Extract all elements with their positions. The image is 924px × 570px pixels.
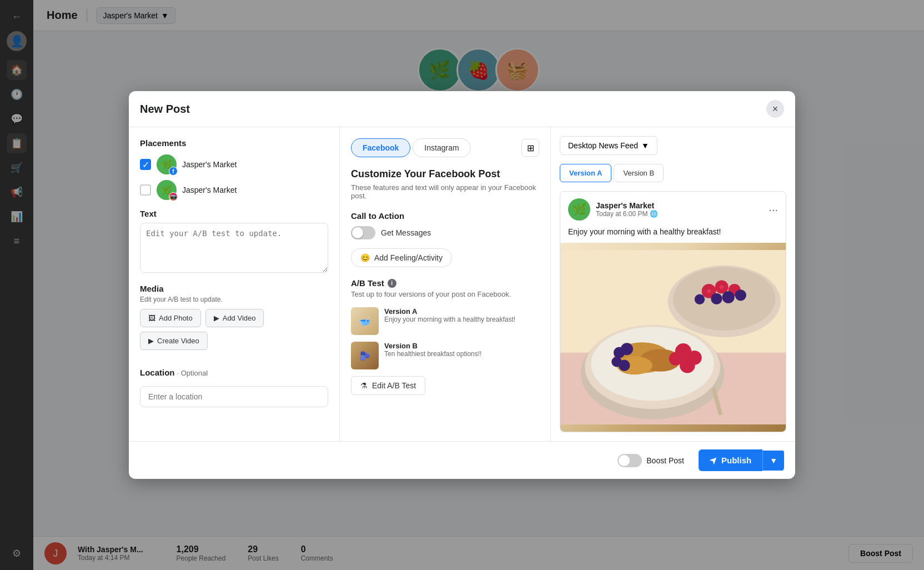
placements-label: Placements <box>140 138 328 148</box>
right-panel: Desktop News Feed ▼ Version A Version B … <box>551 127 795 441</box>
boost-post-toggle[interactable] <box>617 454 642 467</box>
post-preview-image <box>560 243 786 432</box>
svg-point-23 <box>621 343 633 355</box>
ab-test-subtitle: Test up to four versions of your post on… <box>351 290 539 298</box>
fb-badge-icon: f <box>169 167 178 176</box>
preview-device-label: Desktop News Feed <box>568 141 638 150</box>
post-preview-header: 🌿 Jasper's Market Today at 6:00 PM 🌐 ··· <box>560 192 786 227</box>
customize-title: Customize Your Facebook Post <box>351 168 539 180</box>
preview-version-a-tab[interactable]: Version A <box>560 164 611 182</box>
modal-footer: Boost Post ➤ Publish ▼ <box>129 441 795 479</box>
version-b-thumbnail: 🫐 <box>351 342 379 369</box>
svg-point-25 <box>619 360 630 371</box>
version-a-text: Enjoy your morning with a healthy breakf… <box>384 316 539 323</box>
placement-item-facebook: ✓ 🌿 f Jasper's Market <box>140 154 328 174</box>
post-page-name: Jasper's Market <box>596 201 658 210</box>
preview-device-arrow-icon: ▼ <box>641 141 649 150</box>
preview-topbar: Desktop News Feed ▼ <box>560 136 786 155</box>
svg-point-26 <box>707 289 711 293</box>
cta-label: Call to Action <box>351 211 539 221</box>
tab-instagram[interactable]: Instagram <box>413 138 470 157</box>
svg-point-27 <box>720 285 724 289</box>
placement-ig-avatar: 🌿 📷 <box>157 180 177 200</box>
placement-ig-name: Jasper's Market <box>182 186 237 194</box>
boost-toggle-group: Boost Post <box>617 454 684 467</box>
create-video-button[interactable]: ▶ Create Video <box>140 332 208 350</box>
version-a-thumbnail: 🥣 <box>351 307 379 335</box>
feeling-icon: 😊 <box>360 253 370 262</box>
preview-toggle-button[interactable]: ⊞ <box>521 139 539 157</box>
globe-icon: 🌐 <box>650 210 658 218</box>
location-input[interactable] <box>140 386 328 407</box>
placement-fb-avatar: 🌿 f <box>157 154 177 174</box>
post-time: Today at 6:00 PM 🌐 <box>596 210 658 218</box>
cta-toggle[interactable] <box>351 226 375 239</box>
version-b-text: Ten healthiest breakfast options!! <box>384 350 539 358</box>
svg-point-21 <box>669 352 682 366</box>
location-label: Location <box>140 368 175 377</box>
middle-panel: Facebook Instagram ⊞ Customize Your Face… <box>340 127 551 441</box>
add-video-button[interactable]: ▶ Add Video <box>205 309 264 327</box>
post-preview-text: Enjoy your morning with a healthy breakf… <box>560 227 786 243</box>
svg-point-8 <box>711 293 722 304</box>
media-buttons-group: 🖼 Add Photo ▶ Add Video ▶ Create Video <box>140 309 328 350</box>
version-b-info: Version B Ten healthiest breakfast optio… <box>384 342 539 358</box>
publish-button[interactable]: ➤ Publish <box>699 449 762 471</box>
media-label: Media <box>140 284 328 293</box>
preview-device-dropdown[interactable]: Desktop News Feed ▼ <box>560 136 657 155</box>
svg-point-11 <box>695 294 705 304</box>
modal-close-button[interactable]: × <box>766 100 784 118</box>
location-optional-label: · Optional <box>177 369 208 377</box>
cta-toggle-row: Get Messages <box>351 226 539 239</box>
version-a-item: 🥣 Version A Enjoy your morning with a he… <box>351 307 539 335</box>
ab-test-info-icon: i <box>388 279 396 288</box>
tab-facebook[interactable]: Facebook <box>351 138 410 157</box>
text-input[interactable] <box>140 223 328 273</box>
version-a-label: Version A <box>384 307 539 316</box>
add-photo-button[interactable]: 🖼 Add Photo <box>140 309 201 327</box>
tab-bar: Facebook Instagram ⊞ <box>351 138 539 157</box>
preview-version-b-tab[interactable]: Version B <box>614 164 664 182</box>
version-b-item: 🫐 Version B Ten healthiest breakfast opt… <box>351 342 539 369</box>
new-post-modal: New Post × Placements ✓ 🌿 f Jasper's Mar… <box>129 91 795 479</box>
preview-toggle-icon: ⊞ <box>527 143 534 153</box>
media-subtitle: Edit your A/B test to update. <box>140 296 328 303</box>
svg-point-9 <box>722 291 735 303</box>
text-label: Text <box>140 209 328 218</box>
publish-button-group: ➤ Publish ▼ <box>699 449 784 471</box>
modal-title: New Post <box>140 103 190 116</box>
add-feeling-button[interactable]: 😊 Add Feeling/Activity <box>351 248 452 267</box>
ig-badge-icon: 📷 <box>169 192 178 201</box>
toggle-knob <box>352 227 363 238</box>
cta-toggle-label: Get Messages <box>381 228 431 237</box>
create-video-icon: ▶ <box>148 337 154 345</box>
post-preview-avatar: 🌿 <box>568 198 590 221</box>
add-video-icon: ▶ <box>214 314 219 322</box>
food-svg <box>560 243 786 432</box>
add-photo-icon: 🖼 <box>148 314 155 322</box>
edit-ab-test-button[interactable]: ⚗ Edit A/B Test <box>351 376 425 395</box>
post-preview-card: 🌿 Jasper's Market Today at 6:00 PM 🌐 ··· <box>560 191 786 432</box>
boost-toggle-knob <box>619 455 630 466</box>
ab-test-title: A/B Test i <box>351 278 539 288</box>
version-b-label: Version B <box>384 342 539 350</box>
edit-ab-icon: ⚗ <box>360 381 368 390</box>
publish-send-icon: ➤ <box>707 454 720 467</box>
customize-subtitle: These features and text will only appear… <box>351 183 539 200</box>
post-avatar-group: 🌿 Jasper's Market Today at 6:00 PM 🌐 <box>568 198 658 221</box>
left-panel: Placements ✓ 🌿 f Jasper's Market 🌿 📷 <box>129 127 340 441</box>
platform-tabs: Facebook Instagram <box>351 138 471 157</box>
placement-item-instagram: 🌿 📷 Jasper's Market <box>140 180 328 200</box>
post-meta: Jasper's Market Today at 6:00 PM 🌐 <box>596 201 658 218</box>
post-more-options-button[interactable]: ··· <box>769 203 778 216</box>
svg-point-10 <box>735 289 746 301</box>
publish-dropdown-arrow-button[interactable]: ▼ <box>762 451 784 471</box>
modal-body: Placements ✓ 🌿 f Jasper's Market 🌿 📷 <box>129 127 795 441</box>
food-visual <box>560 243 786 432</box>
boost-post-label: Boost Post <box>646 456 684 465</box>
preview-version-tabs: Version A Version B <box>560 164 786 182</box>
placement-ig-checkbox[interactable] <box>140 184 151 196</box>
placement-fb-name: Jasper's Market <box>182 160 237 169</box>
placement-fb-checkbox[interactable]: ✓ <box>140 159 151 170</box>
modal-header: New Post × <box>129 91 795 127</box>
